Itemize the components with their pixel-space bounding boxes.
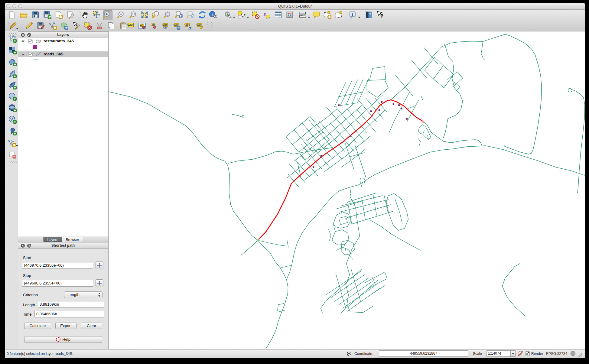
svg-text:ε: ε bbox=[263, 11, 266, 17]
svg-text:abc: abc bbox=[128, 23, 134, 27]
svg-text:abc: abc bbox=[197, 23, 202, 26]
svg-text:T: T bbox=[351, 12, 354, 17]
svg-text:ab: ab bbox=[152, 23, 155, 26]
svg-text:?: ? bbox=[369, 12, 372, 17]
svg-text:abc: abc bbox=[174, 23, 179, 26]
svg-text:?: ? bbox=[380, 13, 383, 19]
svg-text:1:1: 1:1 bbox=[132, 13, 135, 16]
svg-text:abc: abc bbox=[185, 23, 190, 26]
svg-text:ab: ab bbox=[140, 24, 143, 27]
svg-text:abc: abc bbox=[163, 23, 168, 26]
svg-text:i: i bbox=[212, 12, 213, 17]
